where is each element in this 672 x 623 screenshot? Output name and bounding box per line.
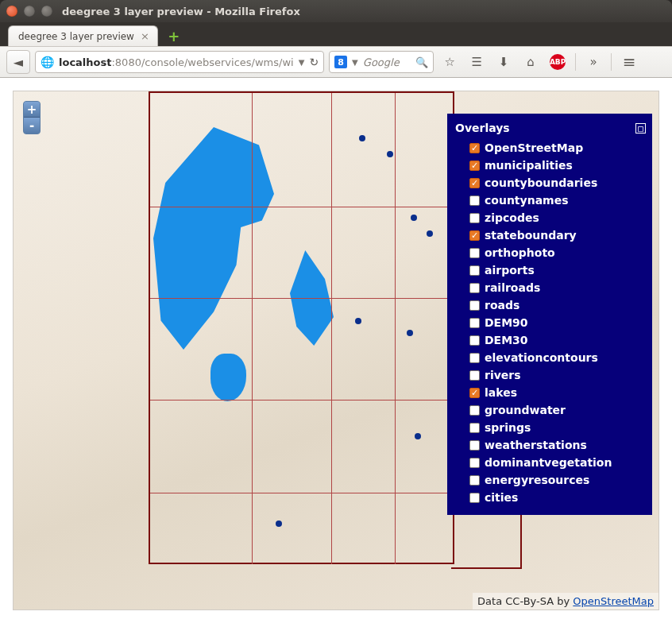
adblock-icon[interactable]: ABP bbox=[546, 52, 569, 72]
layer-checkbox[interactable] bbox=[469, 388, 480, 398]
reader-icon[interactable]: ☰ bbox=[465, 52, 488, 72]
browser-tab[interactable]: deegree 3 layer preview × bbox=[8, 25, 158, 46]
search-engine-icon[interactable]: 8 bbox=[334, 56, 347, 68]
layer-checkbox[interactable] bbox=[469, 283, 480, 293]
window-close-icon[interactable] bbox=[6, 6, 17, 17]
layer-label[interactable]: countynames bbox=[485, 192, 569, 209]
search-engine-dropdown-icon[interactable]: ▼ bbox=[352, 58, 358, 67]
layer-item: springs bbox=[469, 420, 646, 436]
layer-label[interactable]: stateboundary bbox=[485, 227, 577, 244]
layer-checkbox[interactable] bbox=[469, 300, 480, 311]
layer-checkbox[interactable] bbox=[469, 370, 480, 381]
layer-checkbox[interactable] bbox=[469, 230, 480, 241]
url-text: localhost:8080/console/webservices/wms/w… bbox=[59, 56, 294, 68]
layer-checkbox[interactable] bbox=[469, 458, 480, 468]
county-line bbox=[252, 93, 253, 564]
layer-checkbox[interactable] bbox=[469, 493, 480, 503]
layer-label[interactable]: groundwater bbox=[485, 402, 566, 419]
layer-checkbox[interactable] bbox=[469, 353, 480, 363]
layer-checkbox[interactable] bbox=[469, 475, 480, 486]
search-placeholder: Google bbox=[363, 56, 400, 68]
layer-label[interactable]: elevationcontours bbox=[485, 350, 598, 366]
layer-label[interactable]: DEM90 bbox=[485, 315, 528, 331]
layer-checkbox[interactable] bbox=[469, 265, 480, 276]
layer-item: rivers bbox=[469, 367, 646, 384]
layer-item: elevationcontours bbox=[469, 350, 646, 366]
layer-list: OpenStreetMapmunicipalitiescountyboundar… bbox=[455, 140, 646, 506]
back-button[interactable]: ◄ bbox=[6, 50, 30, 74]
overflow-icon[interactable]: » bbox=[582, 52, 604, 72]
layer-label[interactable]: OpenStreetMap bbox=[485, 140, 583, 157]
tab-close-icon[interactable]: × bbox=[141, 30, 149, 42]
reload-icon[interactable]: ↻ bbox=[309, 56, 319, 68]
layer-checkbox[interactable] bbox=[469, 178, 480, 188]
layer-label[interactable]: cities bbox=[485, 489, 518, 506]
layer-label[interactable]: municipalities bbox=[485, 157, 573, 174]
layer-item: cities bbox=[469, 489, 646, 506]
attribution-link[interactable]: OpenStreetMap bbox=[573, 595, 654, 607]
url-history-dropdown-icon[interactable]: ▼ bbox=[299, 58, 305, 67]
window-title: deegree 3 layer preview - Mozilla Firefo… bbox=[62, 6, 300, 17]
panel-collapse-icon[interactable]: ▫ bbox=[635, 123, 646, 134]
layer-label[interactable]: countyboundaries bbox=[485, 175, 597, 192]
layer-checkbox[interactable] bbox=[469, 423, 480, 433]
page-content: + - Data CC-By-SA by OpenStreetMap Overl bbox=[0, 78, 672, 623]
layer-item: OpenStreetMap bbox=[469, 140, 646, 157]
layer-checkbox[interactable] bbox=[469, 335, 480, 346]
globe-icon: 🌐 bbox=[41, 56, 54, 68]
layer-item: railroads bbox=[469, 280, 646, 296]
layer-checkbox[interactable] bbox=[469, 161, 480, 171]
map-viewport[interactable]: + - Data CC-By-SA by OpenStreetMap Overl bbox=[13, 91, 659, 610]
layer-item: dominantvegetation bbox=[469, 455, 646, 471]
feature-dot bbox=[415, 433, 421, 439]
layer-label[interactable]: weatherstations bbox=[485, 437, 587, 454]
zoom-in-button[interactable]: + bbox=[24, 102, 40, 118]
url-path: /console/webservices/wms/wi bbox=[141, 56, 294, 68]
tab-strip: deegree 3 layer preview × + bbox=[0, 22, 672, 46]
layer-label[interactable]: airports bbox=[485, 262, 535, 279]
layer-label[interactable]: lakes bbox=[485, 385, 517, 401]
url-port: :8080 bbox=[111, 56, 141, 68]
layer-item: countyboundaries bbox=[469, 175, 646, 192]
home-icon[interactable]: ⌂ bbox=[519, 52, 542, 72]
bookmark-star-icon[interactable]: ☆ bbox=[438, 52, 461, 72]
url-host: localhost bbox=[59, 56, 111, 68]
layer-label[interactable]: DEM30 bbox=[485, 332, 528, 349]
layer-label[interactable]: dominantvegetation bbox=[485, 455, 612, 471]
search-bar[interactable]: 8 ▼ Google 🔍 bbox=[329, 51, 434, 73]
layer-label[interactable]: railroads bbox=[485, 280, 540, 296]
layer-checkbox[interactable] bbox=[469, 143, 480, 153]
layer-item: municipalities bbox=[469, 157, 646, 174]
layer-item: countynames bbox=[469, 192, 646, 209]
layer-checkbox[interactable] bbox=[469, 440, 480, 451]
layer-panel-title: Overlays bbox=[455, 120, 510, 137]
layer-checkbox[interactable] bbox=[469, 405, 480, 416]
county-line bbox=[150, 207, 454, 207]
toolbar-separator bbox=[575, 53, 576, 71]
layer-label[interactable]: orthophoto bbox=[485, 245, 555, 261]
layer-checkbox[interactable] bbox=[469, 248, 480, 258]
window-minimize-icon[interactable] bbox=[24, 6, 35, 17]
layer-label[interactable]: energyresources bbox=[485, 472, 589, 489]
layer-label[interactable]: rivers bbox=[485, 367, 521, 384]
downloads-icon[interactable]: ⬇ bbox=[492, 52, 515, 72]
layer-checkbox[interactable] bbox=[469, 195, 480, 206]
zoom-out-button[interactable]: - bbox=[24, 118, 40, 134]
layer-checkbox[interactable] bbox=[469, 318, 480, 328]
tab-label: deegree 3 layer preview bbox=[18, 31, 134, 42]
search-icon[interactable]: 🔍 bbox=[415, 56, 428, 68]
attribution-prefix: Data CC-By-SA by bbox=[477, 595, 573, 607]
layer-label[interactable]: roads bbox=[485, 297, 519, 314]
feature-dot bbox=[355, 318, 361, 324]
county-line bbox=[395, 93, 396, 564]
attribution: Data CC-By-SA by OpenStreetMap bbox=[473, 593, 658, 609]
layer-label[interactable]: springs bbox=[485, 420, 531, 436]
layer-label[interactable]: zipcodes bbox=[485, 210, 539, 226]
window-maximize-icon[interactable] bbox=[41, 6, 52, 17]
layer-item: lakes bbox=[469, 385, 646, 401]
arrow-left-icon: ◄ bbox=[14, 55, 23, 70]
url-bar[interactable]: 🌐 localhost:8080/console/webservices/wms… bbox=[35, 51, 324, 73]
layer-checkbox[interactable] bbox=[469, 213, 480, 223]
new-tab-button[interactable]: + bbox=[166, 28, 182, 44]
menu-icon[interactable]: ≡ bbox=[618, 52, 640, 72]
